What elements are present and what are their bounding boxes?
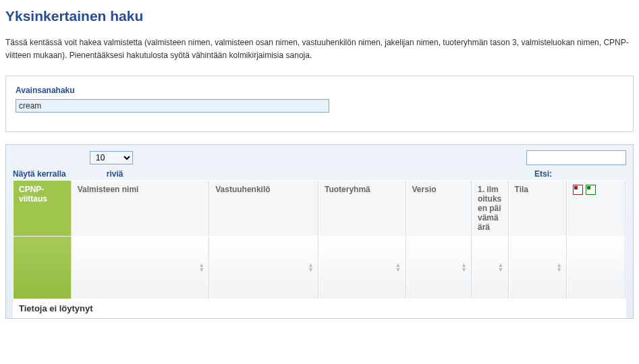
col-name-sort[interactable] [72, 237, 210, 299]
pager-show-suffix: riviä [107, 169, 123, 179]
sort-icon [498, 263, 504, 272]
sort-icon [461, 263, 467, 272]
pdf-export-icon[interactable] [573, 185, 583, 195]
col-first-date-sort[interactable] [472, 237, 509, 299]
col-export [567, 181, 626, 236]
page-title: Yksinkertainen haku [5, 8, 634, 24]
col-status-sort[interactable] [509, 237, 567, 299]
results-panel: 10 Näytä kerralla riviä Etsi: CPNP-viitt… [5, 144, 634, 319]
results-filter-input[interactable] [526, 150, 626, 165]
col-name-label: Valmisteen nimi [78, 185, 139, 194]
col-responsible-label: Vastuuhenkilö [215, 185, 270, 194]
col-version-sort[interactable] [407, 237, 472, 299]
no-data-message: Tietoja ei löytynyt [13, 299, 626, 317]
keyword-search-label: Avainsanahaku [16, 86, 623, 95]
col-name[interactable]: Valmisteen nimi [72, 181, 210, 236]
col-group-sort[interactable] [319, 237, 406, 299]
col-first-date[interactable]: 1. ilmoituksen päivämäärä [472, 181, 509, 236]
table-row-empty: Tietoja ei löytynyt [13, 299, 626, 317]
col-first-date-label: 1. ilmoituksen päivämäärä [478, 185, 503, 232]
col-cpnp-label: CPNP-viittaus [19, 185, 47, 204]
col-status-label: Tila [515, 185, 528, 194]
keyword-search-input[interactable] [16, 99, 329, 113]
col-group-label: Tuoteryhmä [325, 185, 370, 194]
sort-icon [556, 263, 562, 272]
sort-icon [198, 263, 204, 272]
sort-icon [395, 263, 401, 272]
col-cpnp-sort[interactable] [13, 237, 72, 299]
col-status[interactable]: Tila [509, 181, 567, 236]
page-size-select[interactable]: 10 [90, 151, 133, 164]
results-filter-label: Etsi: [534, 169, 552, 179]
pager-show-prefix: Näytä kerralla [13, 169, 66, 179]
results-table: CPNP-viittaus Valmisteen nimi Vastuuhenk… [13, 180, 626, 318]
col-export-blank [567, 237, 626, 299]
col-cpnp[interactable]: CPNP-viittaus [13, 181, 72, 236]
excel-export-icon[interactable] [586, 185, 596, 195]
col-version[interactable]: Versio [407, 181, 472, 236]
col-version-label: Versio [412, 185, 437, 194]
keyword-search-panel: Avainsanahaku [5, 75, 634, 132]
col-responsible[interactable]: Vastuuhenkilö [210, 181, 318, 236]
sort-icon [308, 263, 314, 272]
page-description: Tässä kentässä voit hakea valmistetta (v… [5, 36, 634, 62]
col-responsible-sort[interactable] [210, 237, 318, 299]
col-group[interactable]: Tuoteryhmä [319, 181, 406, 236]
